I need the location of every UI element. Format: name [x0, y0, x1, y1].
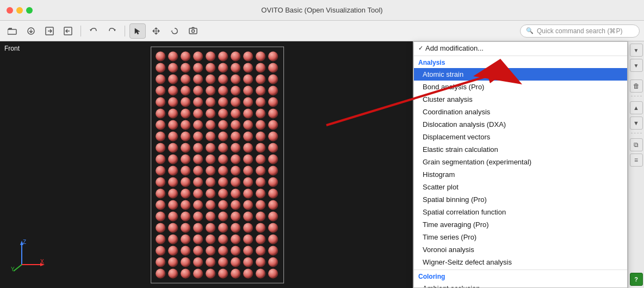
histogram-item[interactable]: Histogram — [414, 168, 627, 181]
atom — [168, 63, 178, 72]
atomic-strain-item[interactable]: Atomic strain — [414, 68, 627, 81]
toolbar: 🔍 Quick command search (⌘P) — [0, 21, 644, 41]
atom — [181, 74, 190, 84]
separator-h1 — [631, 96, 642, 98]
dislocation-analysis-item[interactable]: Dislocation analysis (DXA) — [414, 118, 627, 131]
voronoi-analysis-item[interactable]: Voronoi analysis — [414, 243, 627, 256]
atom — [156, 234, 165, 244]
atom — [168, 268, 178, 278]
atom — [231, 166, 240, 175]
atom — [156, 223, 165, 232]
scatter-plot-item[interactable]: Scatter plot — [414, 181, 627, 193]
cluster-analysis-item[interactable]: Cluster analysis — [414, 93, 627, 106]
atom — [268, 177, 278, 187]
atom — [206, 200, 215, 210]
atom — [256, 257, 265, 267]
atom — [256, 177, 265, 187]
atom — [231, 234, 240, 244]
time-averaging-item[interactable]: Time averaging (Pro) — [414, 218, 627, 231]
elastic-strain-item[interactable]: Elastic strain calculation — [414, 143, 627, 156]
separator-2 — [125, 26, 125, 36]
move-up-button[interactable]: ▲ — [630, 101, 643, 114]
atom — [243, 257, 253, 267]
spatial-binning-item[interactable]: Spatial binning (Pro) — [414, 193, 627, 206]
open-file-button[interactable] — [4, 23, 21, 39]
grain-segmentation-item[interactable]: Grain segmentation (experimental) — [414, 156, 627, 168]
atom — [206, 188, 215, 198]
atom — [231, 85, 240, 95]
close-button[interactable] — [7, 7, 13, 14]
coordination-analysis-item[interactable]: Coordination analysis — [414, 106, 627, 118]
atom — [206, 211, 215, 221]
undo-button[interactable] — [85, 23, 102, 39]
atom — [218, 211, 228, 221]
screenshot-button[interactable] — [185, 23, 201, 39]
atom — [218, 257, 228, 267]
atom — [181, 63, 190, 72]
export-button[interactable] — [41, 23, 58, 39]
atom — [231, 200, 240, 210]
list-button[interactable]: ≡ — [630, 154, 643, 167]
atom — [181, 154, 190, 164]
atom — [243, 51, 253, 61]
atom — [156, 188, 165, 198]
move-tool-button[interactable] — [148, 23, 164, 39]
atom — [243, 211, 253, 221]
atom — [181, 246, 190, 255]
spatial-correlation-item[interactable]: Spatial correlation function — [414, 206, 627, 218]
atom — [268, 188, 278, 198]
copy-button[interactable]: ⧉ — [630, 138, 643, 151]
atom — [268, 97, 278, 107]
atom — [193, 63, 203, 72]
time-series-item[interactable]: Time series (Pro) — [414, 231, 627, 243]
svg-rect-1 — [8, 29, 16, 34]
atom — [268, 154, 278, 164]
atom — [206, 154, 215, 164]
atom — [268, 51, 278, 61]
wigner-seitz-item[interactable]: Wigner-Seitz defect analysis — [414, 256, 627, 268]
dropdown-button-2[interactable]: ▼ — [630, 59, 643, 72]
minimize-button[interactable] — [16, 7, 23, 14]
bond-analysis-item[interactable]: Bond analysis (Pro) — [414, 81, 627, 93]
displacement-vectors-item[interactable]: Displacement vectors — [414, 131, 627, 143]
atom — [181, 211, 190, 221]
add-modification-item[interactable]: ✓ Add modification... — [414, 42, 627, 54]
delete-button[interactable]: 🗑 — [630, 79, 643, 93]
atom — [256, 268, 265, 278]
help-button[interactable]: ? — [630, 273, 643, 286]
atom — [193, 257, 203, 267]
atom — [206, 143, 215, 152]
atom — [181, 120, 190, 130]
atom — [218, 74, 228, 84]
atom — [206, 177, 215, 187]
atom — [268, 74, 278, 84]
atom — [231, 97, 240, 107]
atom — [268, 200, 278, 210]
maximize-button[interactable] — [26, 7, 33, 14]
svg-text:X: X — [40, 259, 44, 265]
download-button[interactable] — [23, 23, 39, 39]
atom — [181, 200, 190, 210]
dropdown-button-1[interactable]: ▼ — [630, 44, 643, 57]
select-tool-button[interactable] — [129, 23, 146, 39]
atom — [193, 97, 203, 107]
atom — [168, 223, 178, 232]
atom — [268, 257, 278, 267]
atom-grid — [153, 49, 281, 280]
atom — [243, 97, 253, 107]
atom — [268, 120, 278, 130]
import-button[interactable] — [60, 23, 76, 39]
rotate-tool-button[interactable] — [166, 23, 183, 39]
separator-h2 — [631, 133, 642, 135]
atom — [231, 143, 240, 152]
ambient-occlusion-item[interactable]: Ambient occlusion — [414, 282, 627, 288]
redo-button[interactable] — [104, 23, 120, 39]
atom — [268, 85, 278, 95]
atom — [218, 234, 228, 244]
viewport[interactable]: Front Z X Y — [0, 41, 413, 288]
atom — [156, 200, 165, 210]
atom — [193, 200, 203, 210]
atom — [218, 63, 228, 72]
move-down-button[interactable]: ▼ — [630, 117, 643, 130]
divider-2 — [414, 269, 627, 270]
